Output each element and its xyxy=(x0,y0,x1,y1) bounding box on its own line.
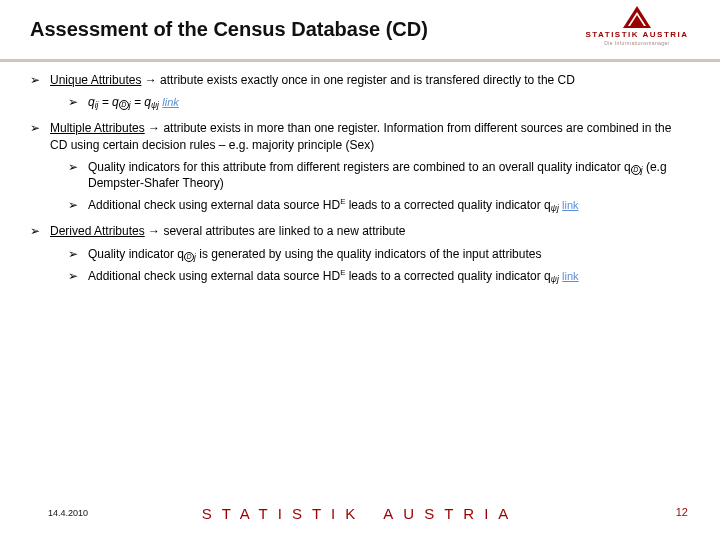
bullet-multiple: ➢ Multiple Attributes → attribute exists… xyxy=(30,120,690,152)
section-multiple: ➢ Multiple Attributes → attribute exists… xyxy=(30,120,690,213)
bullet-multiple-sub1: ➢ Quality indicators for this attribute … xyxy=(68,159,690,191)
t: Quality indicator q xyxy=(88,247,184,261)
link-unique[interactable]: link xyxy=(162,96,179,108)
brand-1: STATISTIK xyxy=(202,505,366,522)
sub-text: Additional check using external data sou… xyxy=(88,197,690,213)
unique-desc: attribute exists exactly once in one reg… xyxy=(160,73,575,87)
logo-subtext: Die Informationsmanager xyxy=(582,40,692,46)
bullet-derived-sub2: ➢ Additional check using external data s… xyxy=(68,268,690,284)
q-psi: ψj xyxy=(551,198,559,212)
t2: leads to a corrected quality indicator q xyxy=(345,198,550,212)
chevron-icon: ➢ xyxy=(68,268,78,284)
logo-triangle-icon xyxy=(623,6,651,32)
arrow-icon: → xyxy=(145,73,157,87)
bullet-text: Derived Attributes → several attributes … xyxy=(50,223,690,239)
link-multiple[interactable]: link xyxy=(562,199,579,211)
footer-brand: STATISTIKAUSTRIA xyxy=(0,505,720,522)
bullet-text: Multiple Attributes → attribute exists i… xyxy=(50,120,690,152)
chevron-icon: ➢ xyxy=(30,223,40,239)
slide: Assessment of the Census Database (CD) S… xyxy=(0,0,720,540)
circled-d-icon: D xyxy=(119,100,129,110)
bullet-derived-sub1: ➢ Quality indicator qDj is generated by … xyxy=(68,246,690,262)
arrow-icon: → xyxy=(148,224,160,238)
t2: leads to a corrected quality indicator q xyxy=(345,269,550,283)
t2: is generated by using the quality indica… xyxy=(196,247,542,261)
t: Quality indicators for this attribute fr… xyxy=(88,160,631,174)
eq: = q xyxy=(98,95,118,109)
chevron-icon: ➢ xyxy=(30,120,40,152)
bullet-derived: ➢ Derived Attributes → several attribute… xyxy=(30,223,690,239)
bullet-text: Unique Attributes → attribute exists exa… xyxy=(50,72,690,88)
chevron-icon: ➢ xyxy=(68,159,78,191)
q-dj: Dj xyxy=(184,247,196,261)
section-unique: ➢ Unique Attributes → attribute exists e… xyxy=(30,72,690,110)
chevron-icon: ➢ xyxy=(68,94,78,110)
multiple-label: Multiple Attributes xyxy=(50,121,145,135)
chevron-icon: ➢ xyxy=(68,246,78,262)
brand-2: AUSTRIA xyxy=(383,505,518,522)
bullet-unique: ➢ Unique Attributes → attribute exists e… xyxy=(30,72,690,88)
unique-label: Unique Attributes xyxy=(50,73,141,87)
bullet-multiple-sub2: ➢ Additional check using external data s… xyxy=(68,197,690,213)
arrow-icon: → xyxy=(148,121,160,135)
section-derived: ➢ Derived Attributes → several attribute… xyxy=(30,223,690,284)
sub-text: Quality indicator qDj is generated by us… xyxy=(88,246,690,262)
eq2: = q xyxy=(131,95,151,109)
page-title: Assessment of the Census Database (CD) xyxy=(30,18,428,41)
logo: STATISTIK AUSTRIA Die Informationsmanage… xyxy=(582,6,692,60)
q-psi: ψj xyxy=(551,269,559,283)
sub-psi: ψj xyxy=(551,203,559,213)
t: Additional check using external data sou… xyxy=(88,269,340,283)
q-dj: Dj xyxy=(631,160,643,174)
content: ➢ Unique Attributes → attribute exists e… xyxy=(30,72,690,294)
derived-label: Derived Attributes xyxy=(50,224,145,238)
header-rule xyxy=(0,59,720,62)
formula: qij = qDj = qψj link xyxy=(88,94,690,110)
logo-text: STATISTIK AUSTRIA xyxy=(582,30,692,39)
sub-circ-d: Dj xyxy=(119,100,131,110)
header: Assessment of the Census Database (CD) S… xyxy=(0,0,720,62)
sub-text: Additional check using external data sou… xyxy=(88,268,690,284)
sub-psi: ψj xyxy=(151,100,159,110)
circled-d-icon: D xyxy=(184,252,194,262)
circled-d-icon: D xyxy=(631,165,641,175)
page-number: 12 xyxy=(676,506,688,518)
q: q xyxy=(88,95,95,109)
bullet-unique-sub: ➢ qij = qDj = qψj link xyxy=(68,94,690,110)
chevron-icon: ➢ xyxy=(30,72,40,88)
link-derived[interactable]: link xyxy=(562,270,579,282)
sub-text: Quality indicators for this attribute fr… xyxy=(88,159,690,191)
t: Additional check using external data sou… xyxy=(88,198,340,212)
chevron-icon: ➢ xyxy=(68,197,78,213)
derived-desc: several attributes are linked to a new a… xyxy=(163,224,405,238)
sub-psi: ψj xyxy=(551,274,559,284)
